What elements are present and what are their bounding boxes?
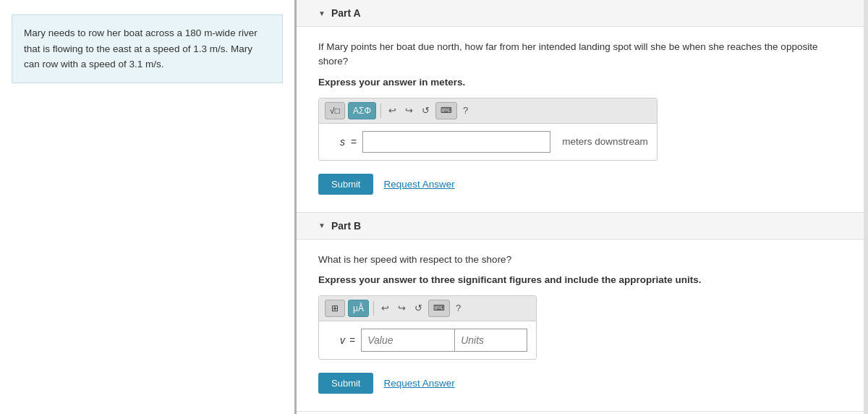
symbol-icon: ΑΣΦ bbox=[353, 106, 371, 116]
redo-icon-b[interactable]: ↪ bbox=[395, 301, 409, 315]
part-b-value-input[interactable] bbox=[361, 329, 455, 352]
part-a-toolbar: √□ ΑΣΦ ↩ ↪ ↺ ⌨ ? bbox=[319, 98, 657, 124]
part-b-answer-box: ⊞ μÅ ↩ ↪ ↺ ⌨ ? v = bbox=[318, 295, 537, 360]
part-b-var: v bbox=[328, 334, 345, 346]
part-b-unit-btn[interactable]: μÅ bbox=[348, 300, 369, 317]
right-border bbox=[864, 0, 868, 414]
part-a-header[interactable]: ▼ Part A bbox=[297, 0, 864, 27]
part-a-section: ▼ Part A If Mary points her boat due nor… bbox=[297, 0, 864, 213]
part-b-matrix-btn[interactable]: ⊞ bbox=[325, 300, 345, 317]
part-a-label: Part A bbox=[331, 7, 361, 19]
part-a-request-answer-link[interactable]: Request Answer bbox=[383, 179, 454, 190]
right-panel: ▼ Part A If Mary points her boat due nor… bbox=[297, 0, 864, 414]
part-a-unit: meters downstream bbox=[562, 136, 648, 147]
part-b-actions: Submit Request Answer bbox=[318, 373, 842, 394]
part-b-equals: = bbox=[349, 334, 355, 346]
toolbar-separator bbox=[380, 104, 381, 118]
part-a-submit-button[interactable]: Submit bbox=[318, 174, 373, 195]
part-a-equals: = bbox=[351, 136, 357, 148]
matrix-icon: ⊞ bbox=[331, 303, 339, 313]
keyboard-icon: ⌨ bbox=[441, 106, 452, 115]
part-a-answer-box: √□ ΑΣΦ ↩ ↪ ↺ ⌨ ? s = bbox=[318, 98, 658, 161]
part-a-input[interactable] bbox=[362, 131, 550, 153]
part-b-label: Part B bbox=[331, 220, 361, 232]
part-a-chevron-icon: ▼ bbox=[318, 9, 326, 17]
part-a-var: s bbox=[328, 136, 345, 148]
problem-statement: Mary needs to row her boat across a 180 … bbox=[12, 14, 283, 83]
part-b-chevron-icon: ▼ bbox=[318, 221, 326, 229]
part-a-input-row: s = meters downstream bbox=[319, 124, 657, 160]
part-a-actions: Submit Request Answer bbox=[318, 174, 842, 195]
unit-icon: μÅ bbox=[353, 303, 364, 313]
part-a-question: If Mary points her boat due north, how f… bbox=[318, 40, 842, 69]
part-b-request-answer-link[interactable]: Request Answer bbox=[383, 378, 454, 389]
part-b-input-row: v = bbox=[319, 321, 536, 359]
part-b-question: What is her speed with respect to the sh… bbox=[318, 253, 842, 267]
left-panel: Mary needs to row her boat across a 180 … bbox=[0, 0, 297, 414]
keyboard-btn-b[interactable]: ⌨ bbox=[428, 300, 450, 317]
help-icon[interactable]: ? bbox=[460, 104, 471, 117]
refresh-icon[interactable]: ↺ bbox=[419, 104, 433, 117]
part-a-content: If Mary points her boat due north, how f… bbox=[297, 27, 864, 212]
refresh-icon-b[interactable]: ↺ bbox=[412, 301, 425, 315]
help-icon-b[interactable]: ? bbox=[453, 301, 464, 315]
redo-icon[interactable]: ↪ bbox=[402, 104, 416, 117]
part-b-submit-button[interactable]: Submit bbox=[318, 373, 373, 394]
part-b-units-input[interactable] bbox=[455, 329, 527, 352]
part-a-express: Express your answer in meters. bbox=[318, 77, 842, 88]
undo-icon[interactable]: ↩ bbox=[386, 104, 399, 117]
problem-text: Mary needs to row her boat across a 180 … bbox=[24, 28, 258, 69]
part-a-symbol-btn[interactable]: ΑΣΦ bbox=[348, 102, 376, 119]
toolbar-separator-b bbox=[373, 301, 374, 316]
part-b-section: ▼ Part B What is her speed with respect … bbox=[297, 213, 864, 412]
keyboard-icon-b: ⌨ bbox=[433, 303, 445, 313]
keyboard-btn[interactable]: ⌨ bbox=[435, 102, 457, 119]
part-a-sqrt-btn[interactable]: √□ bbox=[325, 102, 345, 119]
sqrt-icon: √□ bbox=[330, 106, 340, 116]
part-b-header[interactable]: ▼ Part B bbox=[297, 213, 864, 240]
undo-icon-b[interactable]: ↩ bbox=[378, 301, 392, 315]
part-b-express: Express your answer to three significant… bbox=[318, 274, 842, 285]
part-b-toolbar: ⊞ μÅ ↩ ↪ ↺ ⌨ ? bbox=[319, 296, 536, 321]
part-b-content: What is her speed with respect to the sh… bbox=[297, 240, 864, 411]
